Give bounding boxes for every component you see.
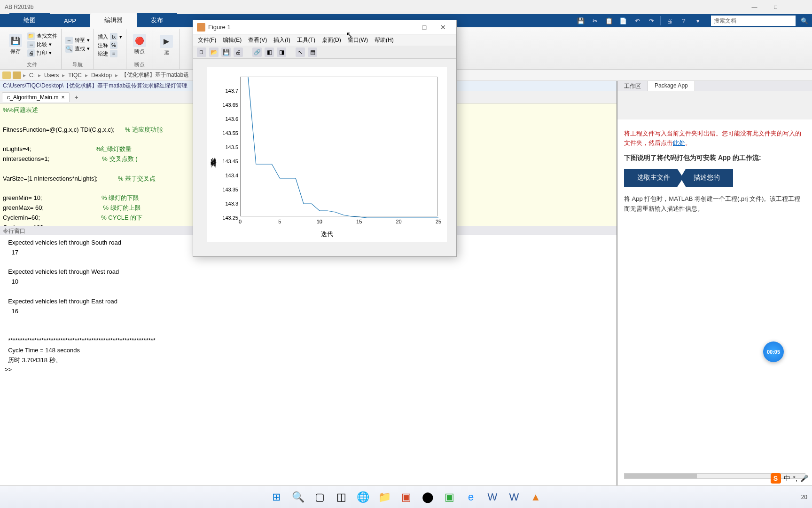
timer-badge: 00:05	[763, 341, 784, 362]
error-message: 将工程文件写入当前文件夹时出错。您可能没有此文件夹的写入的文件夹，然后点击此处。	[624, 129, 805, 147]
figure-close[interactable]: ✕	[434, 24, 453, 31]
dropdown-icon[interactable]: ▾	[693, 16, 703, 26]
step-select-main[interactable]: 选取主文件	[624, 169, 683, 187]
chart-line	[240, 77, 438, 218]
menu-window[interactable]: 窗口(W)	[348, 36, 368, 44]
minimize-button[interactable]: —	[744, 0, 765, 14]
ribbon-group-file: 💾 保存 📁查找文件 ≣比较 ▾ 🖨打印 ▾ 文件	[2, 29, 62, 69]
wechat-icon[interactable]: ▣	[440, 488, 459, 507]
save-icon[interactable]: 💾	[221, 48, 231, 57]
indent-button[interactable]: 缩进 ≡	[98, 50, 122, 57]
quick-access-toolbar: 💾 ✂ 📋 📄 ↶ ↷ 🖨 ? ▾ 🔍	[573, 14, 812, 27]
matlab-icon[interactable]: ▲	[526, 488, 545, 507]
edge-icon[interactable]: 🌐	[353, 488, 372, 507]
link-icon[interactable]: 🔗	[252, 48, 262, 57]
figure-window[interactable]: Figure 1 — □ ✕ 文件(F) 编辑(E) 查看(V) 插入(I) 工…	[193, 20, 457, 257]
plot-area[interactable]: 总延迟时间 迭代 143.25143.3143.35143.4143.45143…	[207, 67, 447, 242]
tab-editor[interactable]: 编辑器	[90, 13, 137, 27]
ie-icon[interactable]: e	[461, 488, 480, 507]
folder-icon	[2, 71, 11, 79]
pointer-icon[interactable]: ↖	[296, 48, 305, 57]
dock-icon[interactable]: ◨	[277, 48, 286, 57]
new-figure-icon[interactable]: 🗋	[197, 48, 206, 57]
tab-package-app[interactable]: Package App	[648, 81, 695, 91]
goto-button[interactable]: ↔转至 ▾	[65, 37, 90, 44]
print-button[interactable]: 🖨打印 ▾	[27, 49, 57, 57]
breakpoints-button[interactable]: 🔴 断点	[130, 32, 149, 56]
paste-icon[interactable]: 📄	[618, 16, 628, 26]
close-button[interactable]	[786, 0, 807, 14]
figure-maximize[interactable]: □	[415, 24, 434, 31]
new-tab-button[interactable]: +	[70, 92, 82, 103]
step-describe[interactable]: 描述您的	[680, 169, 733, 187]
ribbon-group-nav: ↔转至 ▾ 🔍查找 ▾ 导航	[62, 29, 94, 69]
taskbar: ⊞ 🔍 ▢ ◫ 🌐 📁 ▣ ⬤ ▣ e W W ▲ 20	[0, 485, 812, 508]
figure-toolbar: 🗋 📂 💾 🖨 🔗 ◧ ◨ ↖ ▤	[193, 46, 456, 59]
sogou-icon[interactable]: S	[771, 473, 781, 484]
widgets-button[interactable]: ◫	[332, 488, 351, 507]
figure-minimize[interactable]: —	[396, 24, 415, 31]
save-icon[interactable]: 💾	[576, 16, 586, 26]
run-button[interactable]: ▶ 运	[157, 33, 176, 57]
save-button[interactable]: 💾 保存	[6, 32, 25, 56]
figure-title: Figure 1	[208, 24, 231, 31]
menu-view[interactable]: 查看(V)	[248, 36, 267, 44]
menu-help[interactable]: 帮助(H)	[375, 36, 394, 44]
undo-icon[interactable]: ↶	[632, 16, 642, 26]
find-button[interactable]: 🔍查找 ▾	[65, 45, 90, 53]
cut-icon[interactable]: ✂	[590, 16, 600, 26]
ime-punct[interactable]: °,	[793, 475, 798, 482]
dock-icon[interactable]: ◧	[265, 48, 274, 57]
insert-button[interactable]: 插入 fx ▾	[98, 33, 122, 40]
workflow-description: 将 App 打包时，MATLAB 将创建一个工程(.prj 文件)。该工程工程而…	[624, 194, 805, 214]
ribbon-group-edit: 插入 fx ▾ 注释 % 缩进 ≡	[94, 29, 126, 69]
menu-tools[interactable]: 工具(T)	[297, 36, 315, 44]
word-icon[interactable]: W	[483, 488, 502, 507]
open-icon[interactable]: 📂	[209, 48, 219, 57]
menu-file[interactable]: 文件(F)	[198, 36, 216, 44]
start-button[interactable]: ⊞	[267, 488, 286, 507]
play-icon: ▶	[160, 35, 173, 48]
find-files-button[interactable]: 📁查找文件	[27, 32, 57, 40]
menu-desktop[interactable]: 桌面(D)	[322, 36, 341, 44]
redo-icon[interactable]: ↷	[646, 16, 656, 26]
find-files-icon: 📁	[27, 32, 35, 40]
menu-insert[interactable]: 插入(I)	[273, 36, 290, 44]
search-input[interactable]	[711, 16, 796, 26]
print-icon[interactable]: 🖨	[664, 16, 675, 26]
ribbon-group-run: ▶ 运	[153, 29, 180, 69]
system-tray[interactable]: 20	[801, 494, 807, 500]
figure-titlebar[interactable]: Figure 1 — □ ✕	[193, 20, 456, 34]
breakpoint-icon: 🔴	[133, 34, 146, 47]
tab-app[interactable]: APP	[50, 15, 90, 27]
tab-plot[interactable]: 绘图	[9, 13, 50, 27]
file-tab[interactable]: c_Algorithm_Main.m ×	[2, 92, 70, 102]
compare-button[interactable]: ≣比较 ▾	[27, 41, 57, 48]
word-icon[interactable]: W	[505, 488, 523, 507]
tab-workspace[interactable]: 工作区	[617, 81, 648, 91]
browser-icon[interactable]: ⬤	[418, 488, 437, 507]
comment-button[interactable]: 注释 %	[98, 41, 122, 49]
workflow-heading: 下图说明了将代码打包为可安装 App 的工作流:	[624, 154, 805, 162]
close-icon[interactable]: ×	[61, 94, 64, 101]
mic-icon[interactable]: 🎤	[800, 475, 808, 482]
command-window[interactable]: Expected vehicles left through South roa…	[0, 235, 617, 485]
search-icon[interactable]: 🔍	[799, 16, 810, 26]
maximize-button[interactable]: □	[765, 0, 786, 14]
explorer-icon[interactable]: 📁	[375, 488, 394, 507]
tab-publish[interactable]: 发布	[137, 13, 177, 27]
compare-icon: ≣	[27, 41, 35, 48]
print-icon[interactable]: 🖨	[234, 48, 243, 57]
search-button[interactable]: 🔍	[289, 488, 307, 507]
error-link[interactable]: 此处	[673, 139, 685, 146]
help-icon[interactable]: ?	[679, 16, 689, 26]
task-view-button[interactable]: ▢	[310, 488, 329, 507]
folder-icon	[13, 71, 21, 79]
menu-edit[interactable]: 编辑(E)	[223, 36, 242, 44]
ime-status: S 中 °, 🎤	[767, 471, 812, 485]
legend-icon[interactable]: ▤	[308, 48, 317, 57]
ime-lang[interactable]: 中	[784, 474, 790, 483]
ppt-icon[interactable]: ▣	[397, 488, 415, 507]
copy-icon[interactable]: 📋	[604, 16, 614, 26]
app-title: AB R2019b	[5, 4, 33, 10]
